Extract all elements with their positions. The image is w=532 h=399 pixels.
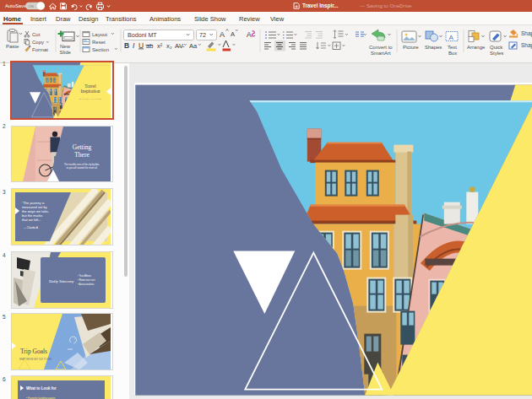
svg-text:Format: Format [32, 47, 48, 52]
svg-text:x₂: x₂ [166, 42, 172, 50]
svg-text:Shap: Shap [521, 30, 532, 37]
svg-text:Reset: Reset [92, 40, 106, 45]
svg-text:Bodoni MT: Bodoni MT [128, 31, 157, 39]
svg-text:U: U [138, 41, 144, 50]
svg-text:Shap: Shap [521, 42, 532, 49]
svg-text:Copy: Copy [32, 40, 44, 45]
svg-text:The traveller sees of the city: The traveller sees of the city by bike, [63, 163, 99, 166]
svg-text:Quick: Quick [490, 45, 503, 50]
svg-text:Travel Inspir...: Travel Inspir... [302, 3, 339, 9]
svg-text:ON: ON [29, 4, 34, 8]
svg-text:Arrange: Arrange [467, 45, 486, 50]
svg-text:Travel: Travel [84, 83, 96, 88]
svg-text:ab: ab [146, 42, 153, 50]
svg-text:SmartArt: SmartArt [371, 51, 391, 56]
svg-text:Daily Itinerary: Daily Itinerary [49, 279, 74, 283]
svg-text:A: A [231, 30, 235, 38]
svg-text:Section: Section [92, 47, 109, 52]
svg-text:Convert to: Convert to [369, 45, 393, 50]
svg-text:Slide: Slide [60, 50, 72, 55]
svg-text:What to Look for: What to Look for [26, 386, 57, 391]
svg-text:72: 72 [199, 31, 206, 39]
svg-text:Paste: Paste [6, 44, 19, 49]
svg-text:— Claudia A.: — Claudia A. [24, 226, 39, 229]
svg-text:A̵V̵: A̵V̵ [175, 42, 185, 50]
svg-text:Getting: Getting [72, 143, 91, 151]
svg-text:A: A [449, 34, 454, 41]
svg-text:Picture: Picture [403, 45, 419, 50]
svg-text:• Tour Albaro: • Tour Albaro [78, 274, 91, 278]
svg-text:Aa: Aa [189, 42, 198, 50]
svg-text:• Aosta markets: • Aosta markets [78, 283, 95, 286]
svg-text:so you will roamed the street: so you will roamed the street all. [66, 166, 97, 170]
svg-text:x²: x² [157, 42, 163, 50]
svg-text:Layout: Layout [92, 32, 107, 37]
svg-text:Shapes: Shapes [425, 45, 442, 50]
svg-text:Box: Box [448, 51, 457, 56]
svg-text:B: B [124, 41, 129, 50]
svg-text:Trip Goals: Trip Goals [20, 348, 47, 355]
svg-text:• Rome tour visit: • Rome tour visit [78, 278, 95, 282]
svg-text:BY CLAUDIA ALEXANDER: BY CLAUDIA ALEXANDER [79, 98, 102, 100]
svg-text:Cut: Cut [32, 32, 41, 37]
svg-text:A: A [220, 30, 225, 39]
svg-text:A: A [247, 30, 252, 39]
svg-text:Text: Text [448, 45, 457, 50]
svg-text:I: I [133, 41, 135, 50]
svg-text:AutoSave: AutoSave [5, 3, 26, 8]
svg-text:There: There [74, 151, 90, 159]
svg-text:— Saving to OneDrive: — Saving to OneDrive [360, 3, 412, 8]
svg-text:New: New [60, 44, 71, 49]
svg-text:Inspiration: Inspiration [81, 89, 100, 94]
svg-text:that we left...: that we left... [22, 218, 41, 222]
svg-text:Styles: Styles [490, 51, 503, 56]
